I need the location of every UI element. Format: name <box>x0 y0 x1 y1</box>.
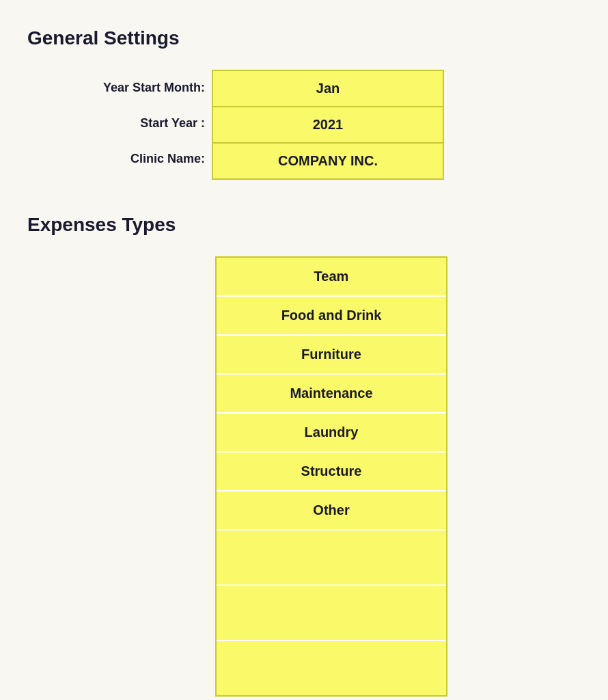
expense-item-empty-2[interactable] <box>217 586 446 641</box>
expense-types-list: Team Food and Drink Furniture Maintenanc… <box>215 256 447 697</box>
general-settings-title: General Settings <box>27 27 581 49</box>
expense-item-furniture[interactable]: Furniture <box>217 336 446 375</box>
expense-item-structure[interactable]: Structure <box>217 453 446 492</box>
start-year-label: Start Year : <box>55 105 212 141</box>
clinic-name-value[interactable]: COMPANY INC. <box>213 144 443 178</box>
expense-types-section: Expenses Types Team Food and Drink Furni… <box>27 214 581 697</box>
expense-item-laundry[interactable]: Laundry <box>217 414 446 453</box>
expense-item-empty-3[interactable] <box>217 641 446 695</box>
clinic-name-label: Clinic Name: <box>55 141 212 176</box>
settings-labels: Year Start Month: Start Year : Clinic Na… <box>55 70 212 180</box>
year-start-month-label: Year Start Month: <box>55 70 212 105</box>
expense-item-other[interactable]: Other <box>217 492 446 530</box>
general-settings-section: General Settings Year Start Month: Start… <box>27 27 581 180</box>
year-start-month-value[interactable]: Jan <box>213 71 443 107</box>
expense-item-maintenance[interactable]: Maintenance <box>217 375 446 414</box>
expense-item-food-and-drink[interactable]: Food and Drink <box>217 297 446 336</box>
settings-values: Jan 2021 COMPANY INC. <box>212 70 444 180</box>
expense-types-title: Expenses Types <box>27 214 581 236</box>
start-year-value[interactable]: 2021 <box>213 107 443 144</box>
expense-item-empty-1[interactable] <box>217 530 446 586</box>
expense-item-team[interactable]: Team <box>217 258 446 297</box>
